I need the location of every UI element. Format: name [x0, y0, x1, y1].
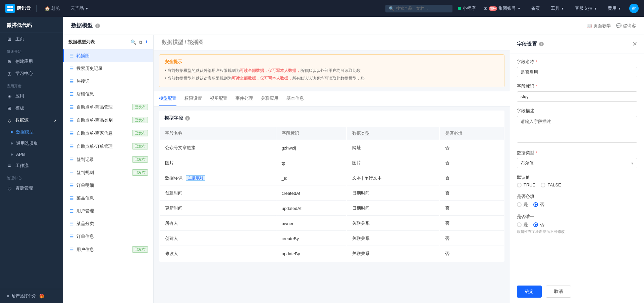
group-account-nav[interactable]: ✉ 99+ 集团账号 ▼	[481, 4, 523, 13]
sidebar-item-apis[interactable]: APIs	[0, 149, 63, 160]
svg-rect-3	[10, 9, 13, 11]
tab-view-config[interactable]: 视图配置	[210, 91, 227, 106]
backup-nav[interactable]: 备案	[529, 4, 543, 13]
list-item-10[interactable]: ☰ 订单明细	[63, 179, 153, 192]
field-name-input[interactable]	[517, 67, 637, 77]
table-row[interactable]: 更新时间 updatedAt 日期时间 否	[160, 201, 504, 216]
cell-field-name-5: 所有人	[160, 216, 276, 231]
cell-field-name-2: 数据标识 主展示列	[160, 171, 276, 185]
unique-no-radio[interactable]: 否	[533, 222, 544, 228]
confirm-btn[interactable]: 确定	[517, 286, 542, 298]
close-right-panel-btn[interactable]: ✕	[632, 40, 637, 48]
form-row-required: 是否必填 是 否	[517, 193, 637, 208]
field-id-input[interactable]	[517, 91, 637, 102]
tab-model-config[interactable]: 模型配置	[159, 91, 176, 106]
cloud-products-nav[interactable]: 云产品 ▼	[68, 4, 91, 13]
consult-btn[interactable]: 💬 咨询客	[616, 23, 636, 29]
published-badge-9: 已发布	[132, 169, 148, 176]
mini-program-nav[interactable]: 小程序	[458, 5, 476, 11]
fields-table: 字段名称 字段标识 数据类型 是否必填 公众号文章链接 gz	[159, 126, 504, 262]
logo[interactable]: 腾讯云	[5, 4, 31, 13]
list-item-8[interactable]: ☰ 签到记录 已发布	[63, 153, 153, 166]
default-true-radio[interactable]: TRUE	[517, 182, 535, 187]
tab-basic-info[interactable]: 基本信息	[286, 91, 304, 106]
search-input[interactable]	[396, 6, 449, 11]
overview-nav[interactable]: 🏠 总览	[42, 4, 63, 13]
default-false-radio[interactable]: FALSE	[541, 182, 561, 187]
list-item-4[interactable]: ☰ 自助点单-商品管理 已发布	[63, 100, 153, 114]
nav-divider	[36, 5, 37, 12]
list-item-name-13: 菜品分类	[76, 221, 148, 227]
list-item-6[interactable]: ☰ 自助点单-商家信息 已发布	[63, 127, 153, 140]
add-model-icon[interactable]: +	[145, 39, 148, 45]
unique-yes-radio[interactable]: 是	[517, 222, 528, 228]
sidebar-item-apps[interactable]: ◈ 应用	[0, 90, 63, 102]
list-item-name-2: 热搜词	[76, 78, 148, 84]
sidebar-item-templates[interactable]: ⊞ 模板	[0, 102, 63, 114]
list-item-0[interactable]: ☰ 轮播图	[63, 49, 153, 62]
sidebar-item-datasource[interactable]: ◇ 数据源 ∧	[0, 114, 63, 126]
field-desc-textarea[interactable]	[517, 116, 637, 143]
cancel-btn[interactable]: 取消	[546, 286, 571, 298]
required-no-radio[interactable]: 否	[533, 202, 544, 208]
tools-nav[interactable]: 工具 ▼	[548, 4, 567, 13]
published-badge-15: 已发布	[132, 246, 148, 253]
cell-field-id-5: owner	[276, 216, 346, 231]
list-item-12[interactable]: ☰ 用户管理	[63, 205, 153, 217]
user-avatar[interactable]: 微	[629, 4, 639, 13]
sidebar-item-workflow[interactable]: ≡ 工作流	[0, 160, 63, 172]
sidebar-item-create-app[interactable]: ⊕ 创建应用	[0, 55, 63, 68]
cell-field-id-0: gzhwzlj	[276, 141, 346, 155]
sidebar-item-home[interactable]: ⊞ 主页	[0, 33, 63, 45]
search-list-icon[interactable]: 🔍	[130, 39, 136, 45]
tab-permission[interactable]: 权限设置	[184, 91, 202, 106]
chevron-down-icon-tools: ▼	[561, 7, 564, 10]
tab-related-apps[interactable]: 关联应用	[261, 91, 278, 106]
page-info-icon[interactable]: i	[95, 24, 100, 28]
fields-header: 模型字段 i	[159, 111, 504, 126]
list-item-3[interactable]: ☰ 店铺信息	[63, 88, 153, 100]
svg-rect-1	[10, 6, 13, 8]
form-row-unique: 是否唯一 是 否 该属性在字段新增后不可修改	[517, 214, 637, 234]
sidebar-item-datamodel[interactable]: 数据模型	[0, 126, 63, 138]
table-icon-5: ☰	[69, 118, 74, 123]
list-item-15[interactable]: ☰ 用户信息 已发布	[63, 243, 153, 256]
tab-event[interactable]: 事件处理	[235, 91, 253, 106]
list-item-9[interactable]: ☰ 签到规则 已发布	[63, 166, 153, 179]
unique-radio-group: 是 否	[517, 222, 637, 228]
table-row[interactable]: 图片 tp 图片 否	[160, 156, 504, 170]
list-item-5[interactable]: ☰ 自助点单-商品类别 已发布	[63, 114, 153, 127]
list-item-7[interactable]: ☰ 自助点单-订单管理 已发布	[63, 140, 153, 153]
table-row[interactable]: 创建时间 createdAt 日期时间 否	[160, 186, 504, 201]
table-icon-7: ☰	[69, 144, 74, 149]
sidebar-item-resources[interactable]: ◇ 资源管理	[0, 182, 63, 194]
data-type-select[interactable]: 布尔值 文本 数字 日期时间 图片 网址 关联关系	[517, 158, 637, 168]
table-row[interactable]: 修改人 updateBy 关联关系 否	[160, 247, 504, 261]
list-item-13[interactable]: ☰ 菜品分类	[63, 217, 153, 230]
radio-circle-unique-yes	[517, 222, 522, 227]
table-row[interactable]: 创建人 createBy 关联关系 否	[160, 231, 504, 246]
page-teaching-btn[interactable]: 📖 页面教学	[587, 23, 611, 29]
list-item-2[interactable]: ☰ 热搜词	[63, 75, 153, 88]
field-settings-info-icon[interactable]: i	[539, 42, 544, 46]
form-row-default-value: 默认值 TRUE FALSE	[517, 174, 637, 187]
right-panel-header: 字段设置 i ✕	[510, 35, 644, 53]
template-icon: ⊞	[7, 105, 12, 111]
list-item-11[interactable]: ☰ 菜品信息	[63, 192, 153, 205]
cost-nav[interactable]: 费用 ▼	[605, 4, 624, 13]
list-item-1[interactable]: ☰ 搜索历史记录	[63, 62, 153, 75]
sidebar-item-options[interactable]: 通用选项集	[0, 138, 63, 149]
table-row[interactable]: 所有人 owner 关联关系 否	[160, 216, 504, 231]
published-badge-6: 已发布	[132, 130, 148, 136]
support-nav[interactable]: 客服支持 ▼	[572, 4, 600, 13]
required-yes-radio[interactable]: 是	[517, 202, 528, 208]
section-admin: 管理中心	[0, 172, 63, 182]
table-row[interactable]: 数据标识 主展示列 _id 文本 | 单行文本 否	[160, 171, 504, 185]
list-item-14[interactable]: ☰ 订单信息	[63, 230, 153, 243]
table-row[interactable]: 公众号文章链接 gzhwzlj 网址 否	[160, 141, 504, 155]
copy-icon[interactable]: ⧉	[139, 39, 142, 45]
fields-info-icon[interactable]: i	[185, 116, 190, 121]
default-value-label: 默认值	[517, 174, 637, 180]
sidebar-footer-rating[interactable]: ≡ 给产品打个分 🎁	[0, 289, 63, 303]
sidebar-item-learning[interactable]: ◎ 学习中心	[0, 68, 63, 80]
